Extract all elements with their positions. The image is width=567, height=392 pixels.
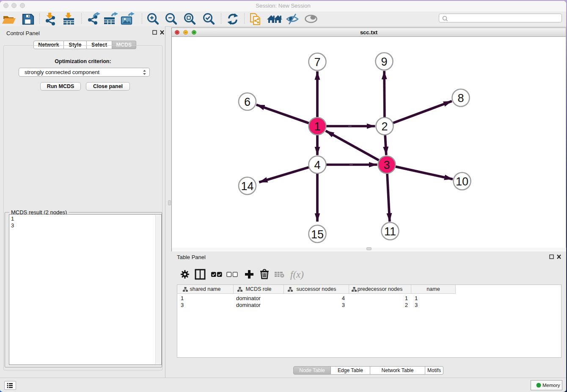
svg-text:10: 10 bbox=[456, 175, 468, 188]
svg-text:1: 1 bbox=[314, 120, 320, 133]
svg-text:14: 14 bbox=[241, 180, 253, 193]
svg-text:2: 2 bbox=[381, 120, 388, 133]
svg-text:9: 9 bbox=[381, 55, 387, 68]
svg-text:3: 3 bbox=[383, 159, 390, 171]
svg-text:7: 7 bbox=[314, 56, 320, 69]
svg-text:6: 6 bbox=[244, 96, 250, 108]
svg-text:11: 11 bbox=[384, 225, 396, 238]
svg-text:8: 8 bbox=[457, 92, 464, 105]
svg-text:f(x): f(x) bbox=[290, 269, 304, 280]
svg-text:4: 4 bbox=[314, 159, 320, 171]
svg-text:15: 15 bbox=[311, 228, 324, 241]
